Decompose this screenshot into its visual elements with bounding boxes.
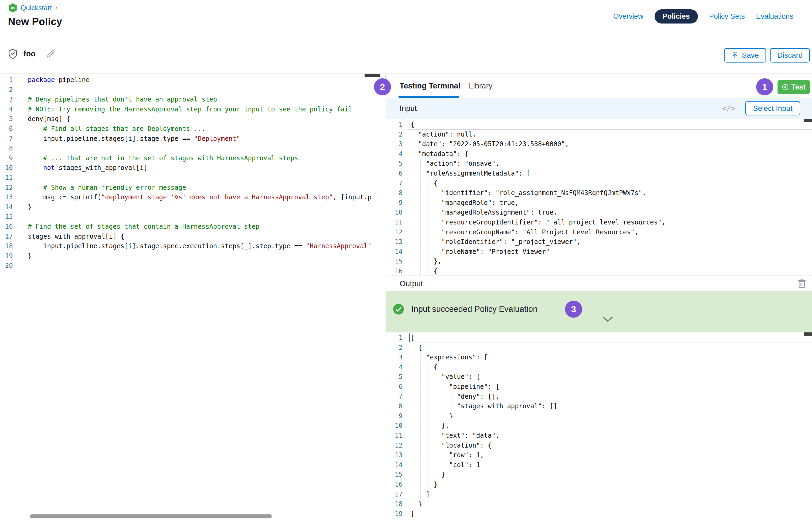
code-line: 13 "row": 1, <box>386 450 812 460</box>
code-line: 12 "resourceGroupName": "All Project Lev… <box>386 227 812 237</box>
code-line: 17stages_with_approval[i] { <box>0 232 386 241</box>
code-line: 19} <box>0 251 386 261</box>
chevron-down-icon[interactable] <box>603 316 613 322</box>
editor-scrollbar-thumb[interactable] <box>364 74 380 77</box>
code-line: 1[ <box>386 333 812 343</box>
page-header: ∞ Quickstart › New Policy Overview Polic… <box>0 0 812 34</box>
code-line: 4 "metadata": { <box>386 149 812 159</box>
output-label: Output <box>400 279 423 288</box>
policy-toolbar: foo Save Discard <box>0 34 812 74</box>
breadcrumb: ∞ Quickstart › <box>8 3 57 12</box>
code-line: 6 # Find all stages that are Deployments… <box>0 124 386 134</box>
code-line: 15 <box>0 212 386 222</box>
code-line: 10 }, <box>386 421 812 431</box>
code-line: 16 { <box>386 266 812 275</box>
code-line: 16 } <box>386 480 812 490</box>
code-line: 9 # ... that are not in the set of stage… <box>0 153 386 163</box>
code-line: 2 <box>0 85 386 95</box>
code-line: 16# Find the set of stages that contain … <box>0 222 386 232</box>
horizontal-scrollbar[interactable] <box>30 514 272 518</box>
code-line: 3 "expressions": [ <box>386 353 812 362</box>
code-line: 19] <box>386 509 812 519</box>
select-input-button[interactable]: Select Input <box>745 101 800 115</box>
editor-scrollbar-thumb[interactable] <box>804 119 812 122</box>
chevron-right-icon: › <box>55 4 57 12</box>
code-line: 8 "identifier": "role_assignment_NsFQM43… <box>386 188 812 198</box>
code-line: 5 "action": "onsave", <box>386 159 812 168</box>
editor-scrollbar-thumb[interactable] <box>804 332 812 336</box>
input-label: Input <box>400 104 417 113</box>
code-line: 5 "value": { <box>386 372 812 382</box>
policy-name: foo <box>24 49 35 58</box>
code-line: 3 "date": "2022-05-05T20:41:23.538+0000"… <box>386 139 812 149</box>
discard-button[interactable]: Discard <box>770 48 810 62</box>
code-line: 9 "managedRole": true, <box>386 198 812 208</box>
output-json-editor[interactable]: 1[2 {3 "expressions": [4 {5 "value": {6 … <box>386 332 812 520</box>
code-line: 2 "action": null, <box>386 130 812 139</box>
code-line: 7 "deny": [], <box>386 392 812 401</box>
testing-panel: 2 Testing Terminal Library 1 Test Input … <box>386 74 812 520</box>
code-line: 10 not stages_with_approval[i] <box>0 163 386 173</box>
code-line: 8 <box>0 144 386 153</box>
shield-check-icon <box>8 49 17 59</box>
nav-policies[interactable]: Policies <box>655 9 698 24</box>
main-area: 1package pipeline23# Deny pipelines that… <box>0 74 812 520</box>
code-line: 13 msg := sprintf("deployment stage '%s'… <box>0 192 386 202</box>
code-line: 10 "managedRoleAssignment": true, <box>386 208 812 217</box>
code-line: 15 }, <box>386 257 812 266</box>
code-line: 4# NOTE: Try removing the HarnessApprova… <box>0 104 386 114</box>
active-tab-underline <box>399 96 459 98</box>
code-line: 8 "stages_with_approval": [] <box>386 401 812 411</box>
page-title: New Policy <box>8 16 62 28</box>
code-line: 17 ] <box>386 490 812 499</box>
code-line: 7 input.pipeline.stages[i].stage.type ==… <box>0 134 386 144</box>
nav-policy-sets[interactable]: Policy Sets <box>709 12 745 21</box>
code-line: 11 "resourceGroupIdentifier": "_all_proj… <box>386 217 812 227</box>
code-line: 14} <box>0 202 386 212</box>
code-line: 11 <box>0 173 386 183</box>
code-line: 18 input.pipeline.stages[i].stage.spec.e… <box>0 241 386 251</box>
code-line: 18 } <box>386 499 812 509</box>
code-line: 12 "location": { <box>386 441 812 450</box>
terminal-tabs: 2 Testing Terminal Library 1 Test <box>386 74 812 98</box>
save-button[interactable]: Save <box>724 48 766 62</box>
code-line: 1{ <box>386 120 812 130</box>
annotation-badge-1: 1 <box>756 78 773 96</box>
evaluation-success-banner: Input succeeded Policy Evaluation 3 <box>386 291 812 332</box>
code-line: 6 "roleAssignmentMetadata": [ <box>386 168 812 179</box>
code-line: 12 # Show a human-friendly error message <box>0 183 386 193</box>
module-nav: Overview Policies Policy Sets Evaluation… <box>613 9 793 24</box>
code-line: 14 "roleName": "Project Viewer" <box>386 247 812 257</box>
code-line: 14 "col": 1 <box>386 460 812 470</box>
trash-icon[interactable] <box>797 279 806 288</box>
test-button[interactable]: Test <box>778 80 810 94</box>
code-line: 5deny[msg] { <box>0 114 386 124</box>
edit-pencil-icon[interactable] <box>46 49 55 59</box>
code-line: 15 } <box>386 470 812 480</box>
upload-icon <box>731 52 738 59</box>
play-circle-icon <box>782 84 789 90</box>
nav-evaluations[interactable]: Evaluations <box>756 12 793 21</box>
nav-overview[interactable]: Overview <box>613 12 643 21</box>
input-json-editor[interactable]: 1{2 "action": null,3 "date": "2022-05-05… <box>386 119 812 275</box>
code-line: 11 "text": "data", <box>386 431 812 441</box>
code-line: 20 <box>0 261 386 271</box>
code-line: 2 { <box>386 343 812 353</box>
tab-testing-terminal[interactable]: Testing Terminal <box>400 74 460 98</box>
code-line: 4 { <box>386 362 812 372</box>
tab-library[interactable]: Library <box>469 74 492 98</box>
output-section-header: Output <box>386 275 812 291</box>
input-section-header: Input </> Select Input <box>386 98 812 119</box>
annotation-badge-3: 3 <box>565 301 582 318</box>
code-line: 7 { <box>386 179 812 188</box>
code-icon[interactable]: </> <box>722 104 735 112</box>
code-line: 6 "pipeline": { <box>386 382 812 392</box>
policy-code-editor[interactable]: 1package pipeline23# Deny pipelines that… <box>0 74 386 520</box>
code-line: 13 "roleIdentifier": "_project_viewer", <box>386 237 812 247</box>
check-circle-icon <box>393 304 404 315</box>
annotation-badge-2: 2 <box>374 78 391 96</box>
code-line: 3# Deny pipelines that don't have an app… <box>0 95 386 104</box>
code-line: 1package pipeline <box>0 75 386 85</box>
breadcrumb-project-link[interactable]: Quickstart <box>21 4 52 12</box>
harness-logo-icon: ∞ <box>8 3 17 12</box>
